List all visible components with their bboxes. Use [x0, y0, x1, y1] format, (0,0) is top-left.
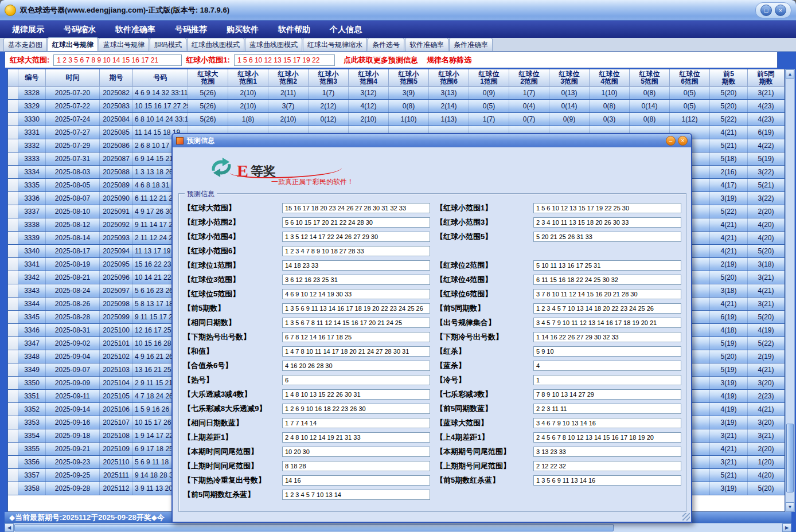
row-selector[interactable]: [8, 377, 18, 389]
row-selector[interactable]: [8, 166, 18, 178]
row-selector[interactable]: [8, 258, 18, 271]
row-selector[interactable]: [8, 205, 18, 218]
column-header[interactable]: 编号: [18, 69, 46, 87]
row-selector[interactable]: [8, 324, 18, 337]
field-input[interactable]: 3 4 6 7 9 10 13 14 16: [533, 418, 681, 428]
column-header[interactable]: 红球小 范围6: [429, 69, 469, 87]
row-selector[interactable]: [8, 416, 18, 429]
row-selector[interactable]: [8, 232, 18, 244]
field-input[interactable]: 8 18 28: [282, 461, 430, 471]
row-selector[interactable]: [8, 482, 18, 495]
field-input[interactable]: 1 3 5 6 9 11 13 14 16 17 18 19 20 22 23 …: [282, 303, 430, 314]
tab[interactable]: 红球曲线图模式: [187, 38, 244, 51]
field-input[interactable]: 2 2 3 11 11: [533, 404, 681, 414]
rule-name-filter-link[interactable]: 规律名称筛选: [427, 55, 471, 65]
row-selector[interactable]: [8, 298, 18, 310]
field-input[interactable]: 3 6 12 16 23 25 31: [282, 275, 430, 285]
row-selector[interactable]: [8, 126, 18, 139]
field-input[interactable]: 10 20 30: [282, 447, 430, 457]
resize-grip[interactable]: [682, 513, 690, 521]
row-selector[interactable]: [8, 179, 18, 191]
row-selector[interactable]: [8, 403, 18, 416]
menu-item[interactable]: 软件准确率: [106, 21, 165, 38]
tab[interactable]: 红球出号规律缩水: [303, 38, 367, 51]
row-selector[interactable]: [8, 429, 18, 442]
row-selector[interactable]: [8, 469, 18, 482]
field-input[interactable]: 1 14 16 22 26 27 29 30 32 33: [533, 332, 681, 342]
row-selector[interactable]: [8, 390, 18, 402]
field-input[interactable]: 3 7 8 10 11 12 14 15 16 20 21 28 30: [533, 289, 681, 299]
tab[interactable]: 红球出号规律: [48, 37, 98, 51]
field-input[interactable]: 1 2 3 4 7 8 9 10 18 27 28 33: [282, 246, 430, 256]
field-input[interactable]: 14 18 23 33: [282, 260, 430, 271]
tab[interactable]: 软件准确率: [405, 38, 448, 51]
filter-input-red-big-range[interactable]: 1 2 3 5 6 7 8 9 10 14 15 16 17 21: [53, 54, 182, 66]
tab[interactable]: 胆码模式: [150, 38, 186, 51]
field-input[interactable]: 1 2 3 4 5 7 10 13 14: [282, 490, 430, 500]
field-input[interactable]: 1 2 6 9 10 16 18 22 23 26 30: [282, 404, 430, 414]
field-input[interactable]: 1 4 8 10 13 15 22 26 30 31: [282, 389, 430, 400]
column-header[interactable]: 时间: [46, 69, 100, 87]
column-header[interactable]: 红球位 4范围: [590, 69, 630, 87]
vertical-scroll-thumb[interactable]: [786, 424, 794, 492]
field-input[interactable]: 1 4 7 8 10 11 14 17 18 20 21 24 27 28 30…: [282, 346, 430, 357]
column-header[interactable]: 红球大 范围: [188, 69, 228, 87]
tab[interactable]: 蓝球曲线图模式: [245, 38, 302, 51]
column-header[interactable]: 红球位 6范围: [670, 69, 710, 87]
row-selector[interactable]: [8, 363, 18, 376]
field-input[interactable]: 5 6 10 15 17 20 21 22 24 28 30: [282, 217, 430, 228]
scroll-up-icon[interactable]: ▲: [786, 69, 794, 79]
horizontal-scroll-thumb[interactable]: [14, 524, 614, 531]
field-input[interactable]: 5 10 11 13 16 17 25 31: [533, 260, 681, 271]
column-header[interactable]: [8, 69, 18, 87]
column-header[interactable]: 红球小 范围5: [389, 69, 429, 87]
column-header[interactable]: 前5同 期数: [748, 69, 785, 87]
field-input[interactable]: 1 5 6 10 12 13 15 17 19 22 25 30: [533, 203, 681, 213]
dialog-close-button[interactable]: ×: [678, 136, 688, 146]
row-selector[interactable]: [8, 456, 18, 468]
field-input[interactable]: 14 16: [282, 475, 430, 486]
column-header[interactable]: 前5 期数: [710, 69, 748, 87]
column-header[interactable]: 红球位 1范围: [469, 69, 509, 87]
column-header[interactable]: 红球小 范围4: [349, 69, 389, 87]
field-input[interactable]: 6 7 8 12 14 16 17 18 25: [282, 332, 430, 342]
menu-item[interactable]: 个人信息: [320, 21, 372, 38]
tab[interactable]: 基本走趋图: [3, 38, 47, 51]
menu-item[interactable]: 购买软件: [217, 21, 268, 38]
row-selector[interactable]: [8, 152, 18, 165]
field-input[interactable]: 1 3 5 6 9 11 13 14 16: [533, 475, 681, 486]
column-header[interactable]: 号码: [133, 69, 188, 87]
row-selector[interactable]: [8, 218, 18, 231]
field-input[interactable]: 6 11 15 16 18 22 24 25 30 32: [533, 275, 681, 285]
tab[interactable]: 条件准确率: [449, 38, 493, 51]
column-header[interactable]: 期号: [100, 69, 133, 87]
tab[interactable]: 条件选号: [368, 38, 404, 51]
column-header[interactable]: 红球小 范围2: [268, 69, 309, 87]
scroll-left-icon[interactable]: ◀: [5, 523, 14, 532]
field-input[interactable]: 4 6 9 10 12 14 19 30 33: [282, 289, 430, 299]
maximize-button[interactable]: □: [760, 5, 772, 16]
row-selector[interactable]: [8, 100, 18, 112]
field-input[interactable]: 6: [282, 375, 430, 385]
field-input[interactable]: 1 3 5 12 14 17 22 24 26 27 29 30: [282, 232, 430, 242]
row-selector[interactable]: [8, 271, 18, 284]
row-selector[interactable]: [8, 443, 18, 455]
field-input[interactable]: 3 4 5 7 9 10 11 12 13 14 16 17 18 19 20 …: [533, 318, 681, 328]
row-selector[interactable]: [8, 87, 18, 99]
table-row[interactable]: 33282025-07-2020250824 6 9 14 32 33:115(…: [8, 87, 785, 100]
table-row[interactable]: 33302025-07-2420250846 8 10 14 24 33:155…: [8, 113, 785, 126]
field-input[interactable]: 7 8 9 10 13 14 27 29: [533, 389, 681, 400]
row-selector[interactable]: [8, 245, 18, 257]
field-input[interactable]: 2 4 8 10 12 14 19 21 31 33: [282, 432, 430, 443]
column-header[interactable]: 红球小 范围1: [228, 69, 268, 87]
column-header[interactable]: 红球位 2范围: [509, 69, 549, 87]
field-input[interactable]: 5 20 21 25 26 31 33: [533, 232, 681, 242]
field-input[interactable]: 5 9 10: [533, 346, 681, 357]
field-input[interactable]: 1: [533, 375, 681, 385]
row-selector[interactable]: [8, 337, 18, 350]
menu-item[interactable]: 规律展示: [2, 21, 54, 38]
table-row[interactable]: 33292025-07-22202508310 15 16 17 27 29:1…: [8, 100, 785, 113]
scroll-right-icon[interactable]: ▶: [782, 523, 791, 532]
field-input[interactable]: 1 2 3 4 5 7 10 13 14 18 20 22 23 24 25 2…: [533, 303, 681, 314]
field-input[interactable]: 2 3 4 10 11 13 15 18 20 26 30 33: [533, 217, 681, 228]
